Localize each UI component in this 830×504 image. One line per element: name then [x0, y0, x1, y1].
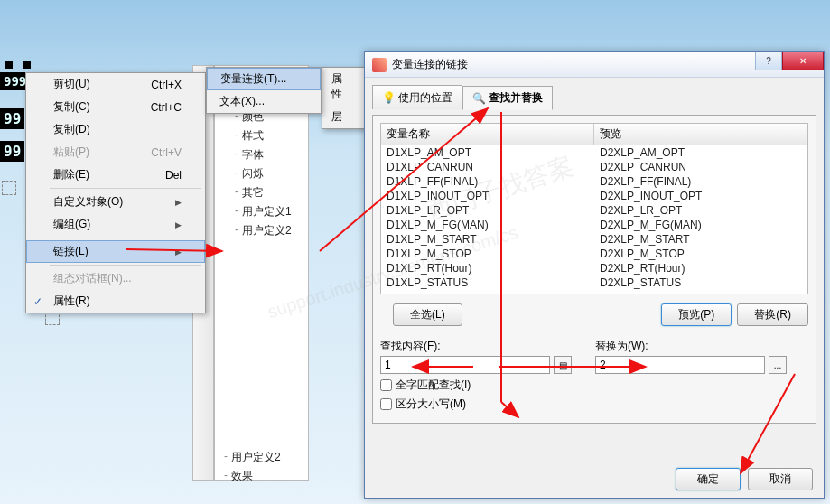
select-all-button[interactable]: 全选(L): [393, 303, 462, 326]
match-case-checkbox[interactable]: [380, 398, 392, 410]
context-menu-1[interactable]: 剪切(U)Ctrl+X 复制(C)Ctrl+C 复制(D) 粘贴(P)Ctrl+…: [25, 72, 206, 313]
tree-item[interactable]: -用户定义1: [215, 202, 308, 221]
table-row[interactable]: D1XLP_LR_OPTD2XLP_LR_OPT: [381, 203, 807, 218]
table-row[interactable]: D1XLP_M_STOPD2XLP_M_STOP: [381, 247, 807, 261]
find-label: 查找内容(F):: [380, 339, 572, 354]
replace-input[interactable]: [595, 356, 765, 374]
table-row[interactable]: D1XLP_AM_OPTD2XLP_AM_OPT: [381, 145, 807, 160]
menu-link[interactable]: 链接(L)▶: [26, 240, 205, 263]
dialog-title: 变量连接的链接: [392, 57, 468, 72]
app-icon: [372, 58, 387, 72]
table-row[interactable]: D1XLP_STATUSD2XLP_STATUS: [381, 275, 807, 290]
check-icon: ✓: [33, 295, 42, 308]
col-preview[interactable]: 预览: [594, 124, 807, 145]
property-tree[interactable]: 多重选择 -几何-颜色-样式-字体-闪烁-其它-用户定义1-用户定义2 -用户定…: [214, 65, 309, 481]
menu-properties[interactable]: ✓属性(R): [26, 290, 205, 313]
cancel-button[interactable]: 取消: [748, 468, 813, 490]
menu-cut[interactable]: 剪切(U)Ctrl+X: [26, 73, 205, 96]
tree-item[interactable]: -用户定义2: [215, 221, 308, 240]
selection-handle[interactable]: [2, 181, 16, 195]
table-row[interactable]: D1XLP_M_STARTD2XLP_M_START: [381, 232, 807, 247]
menu-paste: 粘贴(P)Ctrl+V: [26, 141, 205, 163]
menu-copy-d[interactable]: 复制(D): [26, 118, 205, 141]
table-row[interactable]: D1XLP_M_FG(MAN)D2XLP_M_FG(MAN): [381, 218, 807, 232]
context-menu-3[interactable]: 属性 层: [322, 67, 367, 129]
table-row[interactable]: D1XLP_RT(Hour)D2XLP_RT(Hour): [381, 261, 807, 275]
browse-button[interactable]: ...: [769, 356, 787, 374]
context-menu-2[interactable]: 变量连接(T)... 文本(X)...: [206, 67, 322, 114]
preview-button[interactable]: 预览(P): [661, 303, 732, 326]
chevron-right-icon: ▶: [175, 247, 182, 257]
binoculars-icon: 🔍: [472, 92, 485, 105]
variable-list[interactable]: 变量名称 预览 D1XLP_AM_OPTD2XLP_AM_OPTD1XLP_CA…: [380, 123, 808, 294]
tree-item[interactable]: -字体: [215, 145, 308, 164]
tree-item[interactable]: -其它: [215, 183, 308, 202]
menu-layer[interactable]: 层: [322, 106, 366, 128]
menu-custom-object[interactable]: 自定义对象(O)▶: [26, 191, 205, 213]
text-obj-2[interactable]: 99: [0, 108, 24, 129]
match-case-label: 区分大小写(M): [396, 397, 466, 412]
menu-delete[interactable]: 删除(E)Del: [26, 163, 205, 186]
col-variable-name[interactable]: 变量名称: [381, 124, 594, 145]
menu-config-dialog: 组态对话框(N)...: [26, 267, 205, 290]
table-row[interactable]: D1XLP_INOUT_OPTD2XLP_INOUT_OPT: [381, 189, 807, 203]
find-input[interactable]: [380, 356, 550, 374]
replace-button[interactable]: 替换(R): [737, 303, 808, 326]
close-button[interactable]: ✕: [782, 52, 824, 70]
menu-group[interactable]: 编组(G)▶: [26, 213, 205, 236]
dialog-titlebar[interactable]: 变量连接的链接 ? ✕: [365, 52, 824, 78]
help-button[interactable]: ?: [755, 52, 782, 70]
chevron-right-icon: ▶: [175, 198, 182, 207]
tab-find-replace[interactable]: 🔍 查找并替换: [462, 86, 553, 110]
menu-copy[interactable]: 复制(C)Ctrl+C: [26, 96, 205, 118]
replace-label: 替换为(W):: [595, 339, 787, 354]
tree-item[interactable]: -样式: [215, 126, 308, 145]
tab-used-locations[interactable]: 💡 使用的位置: [372, 85, 462, 109]
tree-item[interactable]: -闪烁: [215, 164, 308, 183]
tree-item[interactable]: -效果: [215, 467, 308, 486]
tree-item[interactable]: -用户定义2: [215, 448, 308, 467]
menu-text[interactable]: 文本(X)...: [207, 90, 321, 113]
whole-word-checkbox[interactable]: [380, 379, 392, 391]
whole-word-label: 全字匹配查找(I): [396, 378, 471, 393]
lightbulb-icon: 💡: [382, 91, 395, 104]
table-row[interactable]: D1XLP_FF(FINAL)D2XLP_FF(FINAL): [381, 174, 807, 189]
table-row[interactable]: D1XLP_CANRUND2XLP_CANRUN: [381, 160, 807, 174]
text-obj-3[interactable]: 99: [0, 141, 24, 162]
ok-button[interactable]: 确定: [676, 468, 741, 490]
find-options-button[interactable]: ▤: [554, 356, 572, 374]
variable-link-dialog: 变量连接的链接 ? ✕ 💡 使用的位置 🔍 查找并替换 变量名称 预览 D1XL…: [364, 51, 825, 499]
menu-properties[interactable]: 属性: [322, 68, 366, 106]
menu-var-link[interactable]: 变量连接(T)...: [207, 68, 321, 90]
chevron-right-icon: ▶: [175, 220, 182, 229]
